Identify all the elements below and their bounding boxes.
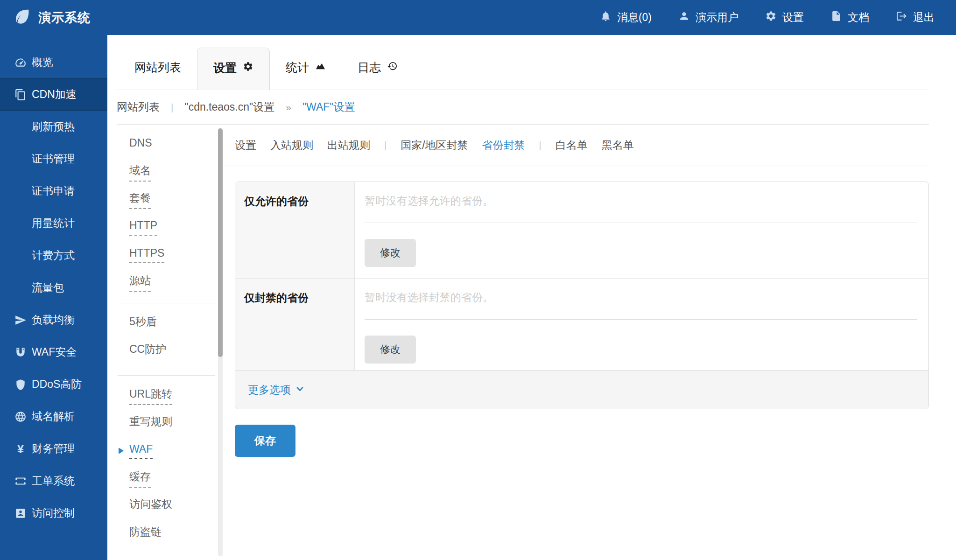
topbar: 演示系统 消息(0) 演示用户 设置 文档 退出 [0, 0, 956, 35]
topbar-item-user[interactable]: 演示用户 [678, 10, 738, 25]
yuan-icon: ¥ [14, 443, 27, 455]
submenu-item-cache[interactable]: 缓存 [107, 465, 224, 492]
waf-panel: 设置 入站规则 出站规则 | 国家/地区封禁 省份封禁 | 白名单 黑名单 仅允… [224, 125, 956, 559]
submenu-item-dns[interactable]: DNS [107, 131, 224, 159]
subtab-blacklist[interactable]: 黑名单 [602, 138, 634, 153]
sidebar-item-cert-apply[interactable]: 证书申请 [0, 175, 107, 207]
topbar-item-settings[interactable]: 设置 [765, 10, 804, 25]
field-value: 暂时没有选择封禁的省份。 修改 [355, 279, 928, 370]
field-underline [365, 223, 917, 223]
breadcrumb-site-settings[interactable]: "cdn.teaos.cn"设置 [184, 100, 274, 114]
submenu-scrollbar-track [218, 128, 223, 556]
submenu-item-url-redirect[interactable]: URL跳转 [107, 382, 224, 410]
form-footer: 更多选项 [235, 370, 928, 409]
province-block-form: 仅允许的省份 暂时没有选择允许的省份。 修改 仅封禁的省份 暂时没有选择封禁的省… [235, 182, 929, 409]
subtab-separator: | [384, 140, 387, 151]
breadcrumb-waf-settings[interactable]: "WAF"设置 [302, 100, 355, 114]
submenu-divider [118, 375, 215, 376]
topbar-item-docs[interactable]: 文档 [830, 10, 869, 25]
breadcrumb-separator: | [171, 102, 173, 113]
gauge-icon [14, 56, 27, 69]
submenu-item-domain[interactable]: 域名 [107, 159, 224, 186]
active-arrow-icon [119, 448, 124, 454]
tab-site-list[interactable]: 网站列表 [119, 60, 197, 90]
subtab-settings[interactable]: 设置 [235, 138, 256, 153]
chevron-down-icon [295, 384, 304, 396]
more-options-link[interactable]: 更多选项 [248, 383, 304, 397]
logout-icon [896, 10, 907, 25]
sidebar-item-waf-security[interactable]: WAF安全 [0, 336, 107, 368]
submenu-item-rewrite-rules[interactable]: 重写规则 [107, 410, 224, 437]
chart-icon [315, 61, 326, 74]
document-icon [830, 10, 842, 25]
layers-icon [14, 89, 27, 101]
submenu-item-plan[interactable]: 套餐 [107, 186, 224, 214]
submenu-scrollbar-thumb[interactable] [218, 128, 223, 357]
submenu-item-5s-shield[interactable]: 5秒盾 [107, 310, 224, 337]
gear-icon [765, 10, 777, 25]
modify-allowed-button[interactable]: 修改 [365, 239, 416, 267]
leaf-icon [13, 7, 30, 28]
sidebar-item-label: CDN加速 [32, 87, 77, 102]
save-button[interactable]: 保存 [235, 425, 295, 457]
globe-icon [14, 411, 27, 423]
breadcrumb: 网站列表 | "cdn.teaos.cn"设置 » "WAF"设置 [117, 90, 929, 125]
sidebar-item-tickets[interactable]: 工单系统 [0, 465, 107, 497]
sidebar: 概览 CDN加速 刷新预热 证书管理 证书申请 用量统计 计费方式 流量包 负载… [0, 35, 107, 560]
submenu-item-https[interactable]: HTTPS [107, 241, 224, 269]
topbar-item-messages[interactable]: 消息(0) [600, 10, 652, 25]
topbar-item-logout[interactable]: 退出 [896, 10, 935, 25]
form-row-blocked-provinces: 仅封禁的省份 暂时没有选择封禁的省份。 修改 [235, 279, 928, 370]
subtab-country-block[interactable]: 国家/地区封禁 [401, 138, 468, 153]
sidebar-item-overview[interactable]: 概览 [0, 46, 107, 78]
magnet-icon [14, 346, 27, 358]
sidebar-item-load-balance[interactable]: 负载均衡 [0, 304, 107, 336]
id-card-icon [14, 507, 27, 519]
history-icon [387, 61, 398, 74]
submenu-item-cc-protect[interactable]: CC防护 [107, 337, 224, 365]
sidebar-item-ddos[interactable]: DDoS高防 [0, 368, 107, 400]
breadcrumb-site-list[interactable]: 网站列表 [117, 100, 160, 114]
subtab-separator: | [539, 140, 541, 151]
topbar-item-label: 文档 [848, 10, 869, 25]
sidebar-item-finance[interactable]: ¥ 财务管理 [0, 433, 107, 465]
tab-bar: 网站列表 设置 统计 日志 [117, 35, 929, 90]
shield-icon [14, 378, 27, 391]
modify-blocked-button[interactable]: 修改 [365, 336, 416, 364]
bell-icon [600, 10, 612, 25]
sidebar-item-dns-resolve[interactable]: 域名解析 [0, 400, 107, 433]
tab-logs[interactable]: 日志 [342, 60, 414, 90]
subtab-province-block[interactable]: 省份封禁 [482, 138, 525, 153]
sidebar-item-traffic-pack[interactable]: 流量包 [0, 272, 107, 304]
subtab-inbound-rules[interactable]: 入站规则 [270, 138, 313, 153]
topbar-item-label: 演示用户 [696, 10, 738, 25]
submenu-item-http[interactable]: HTTP [107, 214, 224, 241]
sidebar-item-refresh-prewarm[interactable]: 刷新预热 [0, 111, 107, 143]
submenu-item-access-auth[interactable]: 访问鉴权 [107, 492, 224, 520]
sidebar-item-usage-stats[interactable]: 用量统计 [0, 207, 107, 239]
form-row-allowed-provinces: 仅允许的省份 暂时没有选择允许的省份。 修改 [235, 182, 928, 279]
tab-settings[interactable]: 设置 [197, 48, 270, 90]
sidebar-item-cert-manage[interactable]: 证书管理 [0, 143, 107, 175]
paper-plane-icon [14, 314, 27, 326]
topbar-item-label: 设置 [782, 10, 804, 25]
subtab-outbound-rules[interactable]: 出站规则 [327, 138, 370, 153]
main-content: 网站列表 设置 统计 日志 网站列表 | "cdn.teaos.cn"设置 » … [107, 35, 956, 560]
sidebar-item-access-control[interactable]: 访问控制 [0, 497, 107, 529]
tab-statistics[interactable]: 统计 [270, 60, 342, 90]
sidebar-item-billing[interactable]: 计费方式 [0, 239, 107, 272]
topbar-menu: 消息(0) 演示用户 设置 文档 退出 [600, 10, 956, 25]
content-area: DNS 域名 套餐 HTTP HTTPS 源站 5秒盾 CC防护 URL跳转 重… [107, 125, 956, 559]
field-label: 仅允许的省份 [235, 182, 355, 278]
field-underline [365, 319, 917, 320]
submenu-item-waf[interactable]: WAF [107, 437, 224, 465]
subtab-whitelist[interactable]: 白名单 [555, 138, 588, 153]
topbar-item-label: 消息(0) [617, 10, 652, 25]
brand-logo[interactable]: 演示系统 [0, 7, 91, 28]
submenu-item-origin[interactable]: 源站 [107, 269, 224, 296]
field-label: 仅封禁的省份 [235, 279, 355, 370]
submenu-item-hotlink-protect[interactable]: 防盗链 [107, 520, 224, 547]
waf-subtabs: 设置 入站规则 出站规则 | 国家/地区封禁 省份封禁 | 白名单 黑名单 [224, 125, 929, 166]
sidebar-item-cdn[interactable]: CDN加速 [0, 78, 107, 111]
submenu-divider [118, 303, 215, 303]
